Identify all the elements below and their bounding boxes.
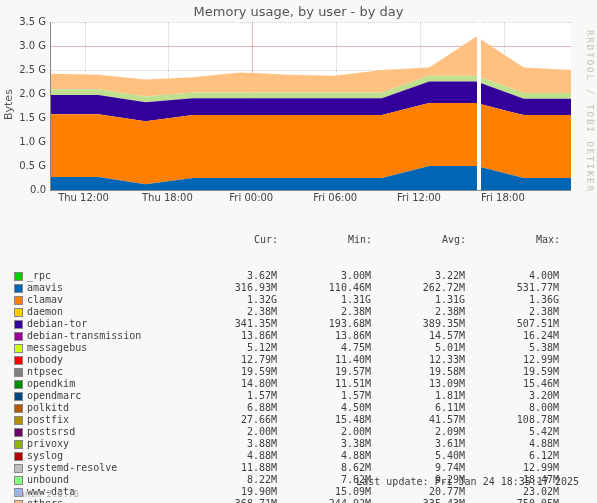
legend-min: 2.00M	[277, 426, 371, 438]
legend-max: 750.05M	[465, 498, 559, 503]
legend-max: 2.38M	[465, 306, 559, 318]
legend-avg: 19.58M	[371, 366, 465, 378]
legend-name: ntpsec	[27, 366, 183, 378]
legend-name: messagebus	[27, 342, 183, 354]
legend-name: postsrsd	[27, 426, 183, 438]
legend-avg: 389.35M	[371, 318, 465, 330]
legend-row: syslog4.88M4.88M5.40M6.12M	[14, 450, 560, 462]
legend-row: postsrsd2.00M2.00M2.09M5.42M	[14, 426, 560, 438]
legend-swatch	[14, 320, 23, 329]
legend-name: debian-transmission	[27, 330, 183, 342]
legend-max: 1.36G	[465, 294, 559, 306]
x-tick: Fri 12:00	[397, 192, 441, 203]
svg-marker-4	[51, 166, 571, 190]
legend-avg: 12.33M	[371, 354, 465, 366]
legend-cur: 3.88M	[183, 438, 277, 450]
x-tick: Thu 18:00	[142, 192, 193, 203]
legend-row: postfix27.66M15.48M41.57M108.78M	[14, 414, 560, 426]
legend-row: daemon2.38M2.38M2.38M2.38M	[14, 306, 560, 318]
y-tick: 0.0	[14, 184, 46, 195]
legend-min: 4.88M	[277, 450, 371, 462]
legend-min: 11.40M	[277, 354, 371, 366]
y-tick: 2.0 G	[14, 88, 46, 99]
legend-row: amavis316.93M110.46M262.72M531.77M	[14, 282, 560, 294]
legend-name: daemon	[27, 306, 183, 318]
chart-area	[50, 22, 570, 202]
legend-swatch	[14, 368, 23, 377]
y-tick: 2.5 G	[14, 64, 46, 75]
legend-name: clamav	[27, 294, 183, 306]
legend-name: systemd-resolve	[27, 462, 183, 474]
legend-cur: 1.32G	[183, 294, 277, 306]
legend-cur: 13.86M	[183, 330, 277, 342]
legend-cur: 27.66M	[183, 414, 277, 426]
last-update-label: Last update: Fri Jan 24 18:35:17 2025	[356, 476, 579, 487]
legend-avg: 335.43M	[371, 498, 465, 503]
legend-name: _rpc	[27, 270, 183, 282]
legend-min: 11.51M	[277, 378, 371, 390]
y-tick: 0.5 G	[14, 160, 46, 171]
legend-min: 193.68M	[277, 318, 371, 330]
legend-row: clamav1.32G1.31G1.31G1.36G	[14, 294, 560, 306]
legend-max: 5.42M	[465, 426, 559, 438]
legend-cur: 368.71M	[183, 498, 277, 503]
legend-swatch	[14, 404, 23, 413]
legend-min: 1.57M	[277, 390, 371, 402]
legend-max: 4.00M	[465, 270, 559, 282]
legend-cur: 3.62M	[183, 270, 277, 282]
legend-max: 4.88M	[465, 438, 559, 450]
legend-row: messagebus5.12M4.75M5.01M5.38M	[14, 342, 560, 354]
legend-cur: 316.93M	[183, 282, 277, 294]
legend-row: others368.71M244.92M335.43M750.05M	[14, 498, 560, 503]
legend-swatch	[14, 272, 23, 281]
legend-cur: 6.88M	[183, 402, 277, 414]
legend-header: Cur: Min: Avg: Max:	[14, 234, 560, 246]
y-tick: 3.0 G	[14, 40, 46, 51]
legend-max: 19.59M	[465, 366, 559, 378]
legend-min: 8.62M	[277, 462, 371, 474]
legend-cur: 341.35M	[183, 318, 277, 330]
legend-cur: 8.22M	[183, 474, 277, 486]
legend-cur: 4.88M	[183, 450, 277, 462]
legend-cur: 19.59M	[183, 366, 277, 378]
legend-swatch	[14, 332, 23, 341]
legend-avg: 9.74M	[371, 462, 465, 474]
legend-min: 3.00M	[277, 270, 371, 282]
legend-max: 507.51M	[465, 318, 559, 330]
legend-row: ntpsec19.59M19.57M19.58M19.59M	[14, 366, 560, 378]
x-tick: Fri 00:00	[229, 192, 273, 203]
legend-cur: 2.38M	[183, 306, 277, 318]
legend-row: opendmarc1.57M1.57M1.81M3.20M	[14, 390, 560, 402]
legend-cur: 19.90M	[183, 486, 277, 498]
legend-swatch	[14, 500, 23, 504]
legend-swatch	[14, 416, 23, 425]
legend-min: 13.86M	[277, 330, 371, 342]
legend-max: 23.02M	[465, 486, 559, 498]
legend-name: syslog	[27, 450, 183, 462]
legend-max: 6.12M	[465, 450, 559, 462]
legend-row: opendkim14.80M11.51M13.09M15.46M	[14, 378, 560, 390]
legend-avg: 2.38M	[371, 306, 465, 318]
legend-cur: 5.12M	[183, 342, 277, 354]
x-tick: Thu 12:00	[58, 192, 109, 203]
legend-min: 244.92M	[277, 498, 371, 503]
legend-min: 4.50M	[277, 402, 371, 414]
legend-max: 12.99M	[465, 354, 559, 366]
legend-min: 15.09M	[277, 486, 371, 498]
legend-row: _rpc3.62M3.00M3.22M4.00M	[14, 270, 560, 282]
legend-max: 8.00M	[465, 402, 559, 414]
legend-name: opendmarc	[27, 390, 183, 402]
legend-swatch	[14, 440, 23, 449]
legend-table: Cur: Min: Avg: Max: _rpc3.62M3.00M3.22M4…	[14, 210, 560, 503]
legend-min: 4.75M	[277, 342, 371, 354]
data-gap	[477, 22, 481, 190]
legend-swatch	[14, 380, 23, 389]
munin-version-label: Munin 2.0.76	[14, 489, 79, 499]
legend-min: 15.48M	[277, 414, 371, 426]
legend-col-max: Max:	[466, 234, 560, 246]
legend-swatch	[14, 428, 23, 437]
legend-row: debian-tor341.35M193.68M389.35M507.51M	[14, 318, 560, 330]
rrdtool-credit: RRDTOOL / TOBI OETIKER	[585, 30, 595, 193]
legend-row: nobody12.79M11.40M12.33M12.99M	[14, 354, 560, 366]
plot-canvas	[50, 22, 571, 191]
